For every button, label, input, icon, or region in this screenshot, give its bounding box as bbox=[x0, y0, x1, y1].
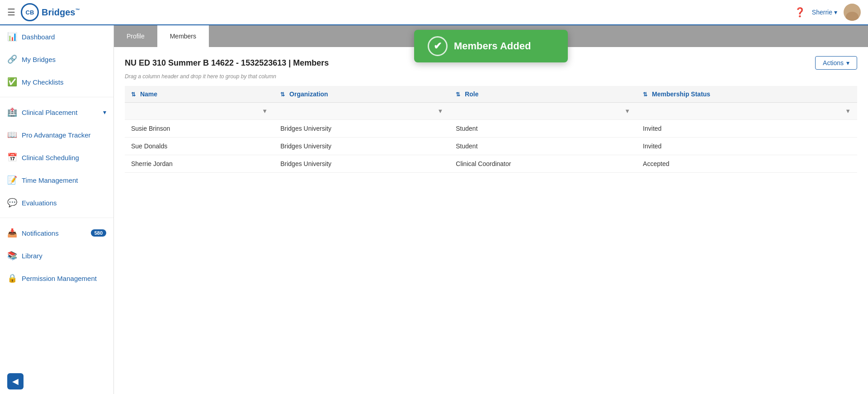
avatar[interactable] bbox=[844, 4, 861, 21]
sidebar-item-my-checklists[interactable]: ✅ My Checklists bbox=[0, 71, 113, 93]
bridges-icon: 🔗 bbox=[7, 54, 17, 64]
cell-name-1: Susie Brinson bbox=[125, 120, 274, 138]
permission-icon: 🔒 bbox=[7, 273, 17, 283]
top-nav-left: ☰ CB Bridges™ bbox=[7, 3, 80, 21]
table-row: Susie Brinson Bridges University Student… bbox=[125, 120, 857, 138]
filter-role-input[interactable]: ▼ bbox=[456, 108, 630, 114]
hamburger-menu[interactable]: ☰ bbox=[7, 7, 15, 18]
filter-icon-organization: ▼ bbox=[437, 108, 443, 114]
notifications-badge: 580 bbox=[91, 229, 106, 237]
sidebar-label-library: Library bbox=[22, 252, 42, 260]
page-title: NU ED 310 Summer B 14622 - 1532523613 | … bbox=[125, 58, 329, 68]
members-added-toast: ✔ Members Added bbox=[414, 30, 568, 62]
sort-icon-role: ⇅ bbox=[456, 91, 460, 98]
sidebar-item-pro-advantage[interactable]: 📖 Pro Advantage Tracker bbox=[0, 123, 113, 146]
sidebar-label-pro-advantage: Pro Advantage Tracker bbox=[22, 131, 91, 139]
cell-status-3: Accepted bbox=[637, 155, 857, 173]
sort-icon-membership-status: ⇅ bbox=[643, 91, 647, 98]
user-dropdown-icon: ▾ bbox=[834, 9, 837, 16]
filter-organization-input[interactable]: ▼ bbox=[280, 108, 443, 114]
sidebar-label-dashboard: Dashboard bbox=[22, 33, 55, 41]
cell-role-1: Student bbox=[449, 120, 637, 138]
time-management-icon: 📝 bbox=[7, 175, 17, 185]
drag-hint: Drag a column header and drop it here to… bbox=[125, 73, 857, 80]
sidebar-label-my-checklists: My Checklists bbox=[22, 78, 64, 86]
sidebar-item-my-bridges[interactable]: 🔗 My Bridges bbox=[0, 48, 113, 71]
cell-org-1: Bridges University bbox=[274, 120, 449, 138]
sort-icon-organization: ⇅ bbox=[280, 91, 285, 98]
main-content: Profile Members ✔ Members Added NU ED 31… bbox=[114, 25, 868, 394]
logo-tm: ™ bbox=[75, 8, 80, 13]
sidebar-label-time-management: Time Management bbox=[22, 176, 78, 184]
col-header-name[interactable]: ⇅ Name bbox=[125, 86, 274, 103]
sidebar-bottom: ◀ bbox=[0, 369, 113, 394]
tab-profile[interactable]: Profile bbox=[114, 25, 157, 47]
cell-name-2: Sue Donalds bbox=[125, 138, 274, 155]
avatar-body bbox=[846, 12, 859, 21]
sidebar-item-time-management[interactable]: 📝 Time Management bbox=[0, 169, 113, 191]
checklists-icon: ✅ bbox=[7, 77, 17, 87]
table-row: Sherrie Jordan Bridges University Clinic… bbox=[125, 155, 857, 173]
filter-cell-role: ▼ bbox=[449, 103, 637, 120]
table-row: Sue Donalds Bridges University Student I… bbox=[125, 138, 857, 155]
sidebar-label-permission-management: Permission Management bbox=[22, 275, 97, 282]
sidebar-divider-1 bbox=[0, 97, 113, 97]
sidebar-item-clinical-placement[interactable]: 🏥 Clinical Placement ▾ bbox=[0, 101, 113, 123]
logo-name: Bridges™ bbox=[42, 7, 80, 18]
notifications-icon: 📥 bbox=[7, 228, 17, 238]
user-menu[interactable]: Sherrie ▾ bbox=[812, 9, 837, 16]
clinical-placement-icon: 🏥 bbox=[7, 107, 17, 117]
chevron-down-icon: ▾ bbox=[103, 109, 106, 116]
sidebar-item-library[interactable]: 📚 Library bbox=[0, 244, 113, 267]
filter-cell-organization: ▼ bbox=[274, 103, 449, 120]
top-nav: ☰ CB Bridges™ ❓ Sherrie ▾ bbox=[0, 0, 868, 25]
col-header-organization[interactable]: ⇅ Organization bbox=[274, 86, 449, 103]
members-table: ⇅ Name ⇅ Organization ⇅ Role ⇅ bbox=[125, 86, 857, 173]
help-icon[interactable]: ❓ bbox=[794, 7, 806, 18]
sidebar-label-clinical-placement: Clinical Placement bbox=[22, 109, 77, 116]
sidebar-item-dashboard[interactable]: 📊 Dashboard bbox=[0, 25, 113, 48]
filter-row: ▼ ▼ ▼ bbox=[125, 103, 857, 120]
filter-icon-membership-status: ▼ bbox=[845, 108, 851, 114]
sidebar-divider-2 bbox=[0, 218, 113, 218]
sidebar-item-notifications[interactable]: 📥 Notifications 580 bbox=[0, 222, 113, 244]
back-button[interactable]: ◀ bbox=[7, 373, 24, 389]
library-icon: 📚 bbox=[7, 251, 17, 261]
actions-button[interactable]: Actions ▾ bbox=[815, 56, 857, 70]
actions-chevron-icon: ▾ bbox=[846, 59, 849, 66]
filter-cell-membership-status: ▼ bbox=[637, 103, 857, 120]
toast-message: Members Added bbox=[454, 40, 531, 52]
pro-advantage-icon: 📖 bbox=[7, 130, 17, 140]
sidebar-label-notifications: Notifications bbox=[22, 229, 59, 237]
logo-circle: CB bbox=[21, 3, 39, 21]
cell-name-3: Sherrie Jordan bbox=[125, 155, 274, 173]
sidebar-item-evaluations[interactable]: 💬 Evaluations bbox=[0, 191, 113, 214]
layout: 📊 Dashboard 🔗 My Bridges ✅ My Checklists… bbox=[0, 25, 868, 394]
sidebar-item-permission-management[interactable]: 🔒 Permission Management bbox=[0, 267, 113, 290]
cell-status-2: Invited bbox=[637, 138, 857, 155]
filter-cell-name: ▼ bbox=[125, 103, 274, 120]
cell-role-3: Clinical Coordinator bbox=[449, 155, 637, 173]
col-header-membership-status[interactable]: ⇅ Membership Status bbox=[637, 86, 857, 103]
sidebar-label-my-bridges: My Bridges bbox=[22, 56, 56, 63]
cell-status-1: Invited bbox=[637, 120, 857, 138]
cell-role-2: Student bbox=[449, 138, 637, 155]
filter-name-input[interactable]: ▼ bbox=[131, 108, 268, 114]
top-nav-right: ❓ Sherrie ▾ bbox=[794, 4, 861, 21]
logo: CB Bridges™ bbox=[21, 3, 80, 21]
sidebar: 📊 Dashboard 🔗 My Bridges ✅ My Checklists… bbox=[0, 25, 114, 394]
sidebar-label-evaluations: Evaluations bbox=[22, 199, 57, 207]
sort-icon-name: ⇅ bbox=[131, 91, 136, 98]
tab-members[interactable]: Members bbox=[157, 25, 209, 47]
cell-org-3: Bridges University bbox=[274, 155, 449, 173]
toast-check-icon: ✔ bbox=[428, 36, 448, 56]
evaluations-icon: 💬 bbox=[7, 198, 17, 208]
filter-icon-name: ▼ bbox=[262, 108, 268, 114]
dashboard-icon: 📊 bbox=[7, 32, 17, 42]
filter-membership-input[interactable]: ▼ bbox=[643, 108, 851, 114]
col-header-role[interactable]: ⇅ Role bbox=[449, 86, 637, 103]
filter-icon-role: ▼ bbox=[624, 108, 630, 114]
clinical-scheduling-icon: 📅 bbox=[7, 152, 17, 162]
cell-org-2: Bridges University bbox=[274, 138, 449, 155]
sidebar-item-clinical-scheduling[interactable]: 📅 Clinical Scheduling bbox=[0, 146, 113, 169]
